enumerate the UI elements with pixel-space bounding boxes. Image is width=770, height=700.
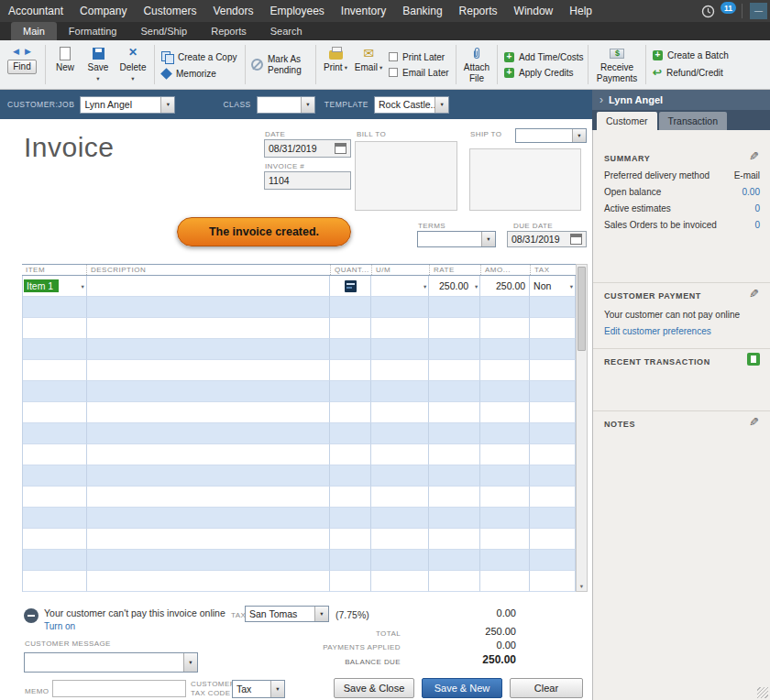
quantity-flag-icon[interactable] [345,280,357,292]
tab-send-ship[interactable]: Send/Ship [128,22,199,40]
summary-value[interactable]: 0 [754,220,760,230]
tab-formatting[interactable]: Formatting [57,22,129,40]
table-cell-um[interactable] [371,508,429,529]
table-cell-tax[interactable] [530,550,576,571]
table-cell-item[interactable] [23,529,87,550]
chevron-down-icon[interactable]: ▾ [434,97,448,113]
turn-on-link[interactable]: Turn on [44,621,75,631]
table-cell-qty[interactable] [330,529,371,550]
menu-banking[interactable]: Banking [394,0,450,22]
table-row-selected[interactable]: Item 1 ▾ ▾ 250.00 ▾ 250.00 [23,276,576,297]
table-cell-tax[interactable] [530,339,576,360]
print-button[interactable]: Print▾ [319,43,352,86]
table-row[interactable] [23,444,576,465]
receive-payments-button[interactable]: Receive Payments [591,43,643,86]
table-cell-um[interactable] [371,423,429,444]
table-cell-qty[interactable] [330,318,371,339]
email-dropdown-icon[interactable]: ▾ [380,64,382,71]
table-cell-item[interactable] [23,360,87,381]
column-header-tax[interactable]: TAX [530,265,576,275]
table-cell-item[interactable] [23,550,87,571]
new-button[interactable]: New [49,43,82,86]
table-cell-rate[interactable] [429,423,480,444]
chevron-down-icon[interactable]: ▾ [270,681,284,697]
table-row[interactable] [23,465,576,487]
table-cell-rate[interactable] [429,529,480,550]
print-later-option[interactable]: Print Later [389,52,449,62]
table-cell-um[interactable] [371,444,429,465]
tab-search[interactable]: Search [258,22,314,40]
table-cell-um[interactable] [371,381,429,402]
summary-value[interactable]: 0.00 [742,187,760,197]
table-cell-desc[interactable] [87,423,331,444]
table-row[interactable] [23,360,576,381]
table-cell-amt[interactable] [480,487,530,508]
column-header-description[interactable]: DESCRIPTION [86,265,330,275]
reminders-clock[interactable]: 11 [701,0,734,22]
table-cell-amt[interactable] [480,297,530,318]
table-cell-tax[interactable] [530,508,576,529]
save-button[interactable]: Save ▾ [82,43,115,86]
delete-button[interactable]: Delete ▾ [115,43,151,86]
table-cell-rate[interactable] [429,339,480,360]
apply-credits-button[interactable]: Apply Credits [504,68,581,78]
table-cell-amt[interactable] [480,508,530,529]
create-batch-button[interactable]: Create a Batch [653,50,726,60]
terms-select[interactable]: ▾ [417,231,496,247]
table-cell-tax[interactable] [530,444,576,465]
chevron-down-icon[interactable]: ▾ [570,283,573,290]
table-cell-amt[interactable] [480,339,530,360]
table-cell-tax[interactable] [530,423,576,444]
menu-vendors[interactable]: Vendors [204,0,261,22]
menu-accountant[interactable]: Accountant [0,0,72,22]
table-row[interactable] [23,423,576,444]
mark-as-pending-button[interactable]: Mark As Pending [248,43,313,86]
table-cell-rate[interactable] [429,444,480,465]
save-and-close-button[interactable]: Save & Close [334,678,414,698]
table-cell-amt[interactable] [480,360,530,381]
table-cell-item[interactable] [23,571,87,592]
table-row[interactable] [23,402,576,423]
table-cell-amt[interactable] [480,423,530,444]
minimize-icon[interactable] [750,3,767,19]
table-cell-um[interactable] [371,297,429,318]
table-cell-um[interactable] [371,360,429,381]
save-dropdown-icon[interactable]: ▾ [96,75,99,82]
create-copy-button[interactable]: Create a Copy [161,51,238,63]
table-cell-desc[interactable] [87,381,331,402]
table-cell-tax[interactable] [530,381,576,402]
table-cell-qty[interactable] [330,297,371,318]
table-cell-rate[interactable] [429,381,480,402]
table-cell-desc[interactable] [87,465,331,487]
menu-inventory[interactable]: Inventory [333,0,394,22]
chevron-down-icon[interactable]: ▾ [160,97,174,113]
memo-input[interactable] [52,680,186,697]
table-cell-tax[interactable] [530,529,576,550]
table-cell-desc[interactable] [87,508,331,529]
bill-to-box[interactable] [355,141,457,211]
back-icon[interactable]: ◀ [13,47,19,56]
table-cell-tax[interactable] [530,318,576,339]
edit-notes-icon[interactable] [746,414,761,429]
collapse-panel-icon[interactable]: › [600,93,603,106]
chevron-down-icon[interactable]: ▾ [183,653,197,672]
add-time-costs-button[interactable]: Add Time/Costs [504,52,581,62]
edit-summary-icon[interactable] [746,148,761,163]
edit-customer-preferences-link[interactable]: Edit customer preferences [604,326,711,336]
table-cell-item[interactable] [23,487,87,508]
table-cell-item[interactable] [23,508,87,529]
chevron-down-icon[interactable]: ▾ [314,607,328,621]
customer-message-select[interactable]: ▾ [24,652,198,673]
table-cell-rate[interactable]: 250.00 ▾ [429,276,480,297]
email-button[interactable]: Email▾ [352,43,385,86]
table-cell-qty[interactable] [330,381,371,402]
table-cell-amt[interactable] [480,550,530,571]
table-cell-item[interactable]: Item 1 ▾ [23,276,87,297]
table-cell-rate[interactable] [429,465,480,487]
table-cell-um[interactable] [371,465,429,487]
menu-employees[interactable]: Employees [261,0,332,22]
ship-to-select[interactable]: ▾ [515,128,587,143]
table-row[interactable] [23,318,576,339]
table-cell-desc[interactable] [87,529,331,550]
print-later-checkbox[interactable] [389,52,398,61]
